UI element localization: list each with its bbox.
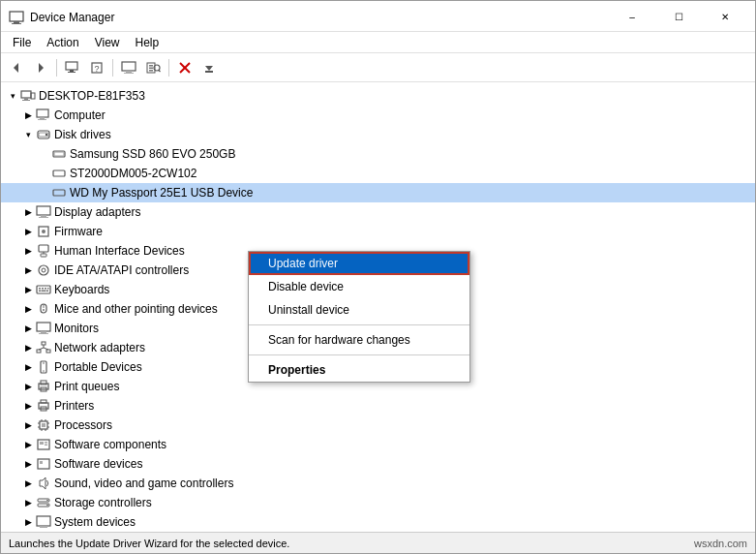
toolbar-forward-btn[interactable] [29,56,52,79]
software-dev-icon [36,456,51,472]
printers-icon [36,398,51,414]
root-arrow[interactable]: ▾ [5,88,20,104]
samsung-icon [51,146,67,162]
svg-marker-92 [40,477,45,489]
toolbar-remove-btn[interactable] [173,56,197,79]
print-icon [36,379,51,394]
ide-arrow[interactable]: ▶ [20,262,36,278]
firmware-arrow[interactable]: ▶ [20,224,36,239]
app-icon [9,10,24,25]
tree-item-display[interactable]: ▶ Display adapters [1,202,755,222]
mice-label: Mice and other pointing devices [54,302,218,316]
svg-rect-11 [126,71,132,73]
menu-action[interactable]: Action [39,34,86,50]
system-label: System devices [54,515,136,529]
svg-rect-42 [39,245,48,252]
tree-item-firmware[interactable]: ▶ Firmware [1,222,755,241]
hid-arrow[interactable]: ▶ [20,243,36,259]
ctx-uninstall-device[interactable]: Uninstall device [249,298,469,322]
tree-item-disk-drives[interactable]: ▾ Disk drives [1,125,755,144]
root-label: DESKTOP-E81F353 [39,89,145,103]
software-comp-icon [36,437,51,452]
svg-rect-89 [45,445,47,446]
status-right: wsxdn.com [694,538,747,549]
tree-item-software-devices[interactable]: ▶ Software devices [1,454,755,474]
computer-icon [36,108,51,123]
menu-file[interactable]: File [5,34,39,50]
toolbar-back-btn[interactable] [5,56,28,79]
monitors-arrow[interactable]: ▶ [20,321,36,336]
tree-item-printers[interactable]: ▶ Printers [1,396,755,416]
computer-arrow[interactable]: ▶ [20,108,36,123]
keyboards-icon [36,282,51,297]
printers-arrow[interactable]: ▶ [20,398,36,414]
svg-rect-68 [43,363,45,364]
tree-root[interactable]: ▾ DESKTOP-E81F353 [1,86,755,106]
svg-point-69 [43,370,45,372]
mice-arrow[interactable]: ▶ [20,301,36,317]
storage-arrow[interactable]: ▶ [20,495,36,510]
processors-icon [36,417,51,433]
software-dev-arrow[interactable]: ▶ [20,456,36,472]
context-menu: Update driver Disable device Uninstall d… [248,251,470,383]
status-text: Launches the Update Driver Wizard for th… [9,538,289,549]
svg-rect-22 [205,71,213,73]
portable-arrow[interactable]: ▶ [20,359,36,375]
svg-rect-50 [45,288,46,290]
software-dev-label: Software devices [54,457,142,471]
maximize-button[interactable]: ☐ [656,6,701,29]
svg-rect-28 [40,117,45,119]
tree-item-storage[interactable]: ▶ Storage controllers [1,493,755,512]
tree-item-st2000[interactable]: ST2000DM005-2CW102 [1,164,755,183]
ctx-scan-hardware[interactable]: Scan for hardware changes [249,328,469,352]
software-comp-arrow[interactable]: ▶ [20,437,36,452]
processors-label: Processors [54,418,112,432]
keyboards-arrow[interactable]: ▶ [20,282,36,297]
svg-rect-5 [66,62,77,70]
close-button[interactable]: ✕ [703,6,747,29]
st2000-label: ST2000DM005-2CW102 [70,167,197,180]
svg-rect-24 [24,98,28,100]
tree-item-software-components[interactable]: ▶ Software components [1,435,755,454]
display-arrow[interactable]: ▶ [20,204,36,220]
toolbar-display-btn[interactable] [117,56,140,79]
print-arrow[interactable]: ▶ [20,379,36,394]
minimize-button[interactable]: – [610,6,654,29]
tree-item-system[interactable]: ▶ System devices [1,512,755,532]
svg-marker-3 [14,63,18,73]
tree-item-processors[interactable]: ▶ Processors [1,416,755,435]
menu-help[interactable]: Help [128,34,167,50]
svg-rect-37 [37,206,50,215]
tree-item-sound[interactable]: ▶ Sound, video and game controllers [1,474,755,493]
system-arrow[interactable]: ▶ [20,514,36,530]
samsung-spacer [36,146,51,162]
svg-rect-12 [124,73,134,74]
svg-rect-25 [22,100,30,101]
ctx-disable-device[interactable]: Disable device [249,275,469,298]
toolbar-update-btn[interactable] [197,56,221,79]
toolbar: ? [1,53,755,82]
svg-rect-7 [68,72,76,73]
monitors-icon [36,321,51,336]
sound-arrow[interactable]: ▶ [20,476,36,491]
svg-rect-77 [42,423,45,427]
processors-arrow[interactable]: ▶ [20,417,36,433]
svg-rect-63 [46,350,50,353]
storage-icon [36,495,51,510]
ide-label: IDE ATA/ATAPI controllers [54,263,189,277]
toolbar-properties-btn[interactable] [61,56,84,79]
ctx-update-driver[interactable]: Update driver [249,252,469,275]
tree-item-computer[interactable]: ▶ Computer [1,106,755,125]
svg-rect-29 [38,119,46,120]
print-queues-label: Print queues [54,380,119,393]
tree-item-samsung[interactable]: Samsung SSD 860 EVO 250GB [1,144,755,164]
toolbar-help-btn[interactable]: ? [85,56,108,79]
tree-item-wd-passport[interactable]: WD My Passport 25E1 USB Device [1,183,755,202]
svg-rect-47 [37,286,50,293]
menu-view[interactable]: View [87,34,128,50]
toolbar-scan-btn[interactable] [141,56,165,79]
disk-drives-arrow[interactable]: ▾ [20,127,36,142]
network-arrow[interactable]: ▶ [20,340,36,355]
ctx-properties[interactable]: Properties [249,358,469,382]
svg-rect-62 [37,350,41,353]
